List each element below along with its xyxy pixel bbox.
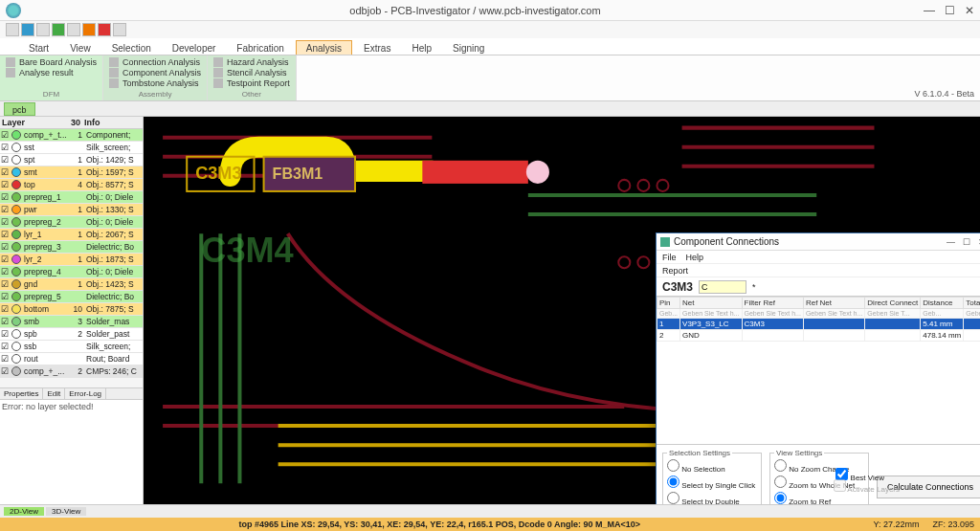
tab-help[interactable]: Help — [402, 41, 441, 55]
tab-3d-view[interactable]: 3D-View — [46, 507, 86, 516]
tab-view[interactable]: View — [60, 41, 100, 55]
layer-row[interactable]: ☑spb2Solder_past — [0, 328, 143, 341]
minimize-icon[interactable]: — — [924, 4, 935, 17]
layer-checkbox[interactable]: ☑ — [0, 180, 10, 189]
layer-checkbox[interactable]: ☑ — [0, 267, 10, 277]
col-distance[interactable]: Distance — [921, 298, 964, 309]
layer-row[interactable]: ☑prepreg_5Dielectric; Bo — [0, 291, 143, 303]
layer-row[interactable]: ☑lyr_21Obj.: 1873; S — [0, 254, 143, 266]
layer-row[interactable]: ☑routRout; Board — [0, 353, 143, 365]
maximize-icon[interactable]: ☐ — [945, 4, 955, 17]
grid-filter-row[interactable]: Geb... Geben Sie Text h... Geben Sie Tex… — [657, 309, 981, 319]
component-analysis-button[interactable]: Component Analysis — [109, 68, 201, 77]
tab-analysis[interactable]: Analysis — [296, 40, 352, 55]
testpoint-report-button[interactable]: Testpoint Report — [213, 78, 290, 88]
opt-double-click[interactable]: Select by Double Click — [667, 492, 757, 504]
col-direct-connect[interactable]: Direct Connect — [865, 298, 921, 309]
col-net[interactable]: Net — [680, 298, 742, 309]
layer-checkbox[interactable]: ☑ — [0, 143, 10, 152]
opt-no-selection[interactable]: No Selection — [667, 459, 757, 476]
layer-checkbox[interactable]: ☑ — [0, 230, 10, 239]
stencil-analysis-button[interactable]: Stencil Analysis — [213, 68, 290, 77]
close-icon[interactable]: ✕ — [965, 4, 974, 17]
layer-color-swatch[interactable] — [11, 217, 21, 227]
layer-color-swatch[interactable] — [11, 317, 21, 326]
tab-error-log[interactable]: Error-Log — [65, 388, 106, 399]
layer-checkbox[interactable]: ☑ — [0, 242, 10, 252]
layer-row[interactable]: ☑spt1Obj.: 1429; S — [0, 154, 143, 166]
layer-row[interactable]: ☑prepreg_1Obj.: 0; Diele — [0, 191, 143, 204]
tab-extras[interactable]: Extras — [354, 41, 400, 55]
tool-icon[interactable] — [82, 23, 96, 36]
layer-checkbox[interactable]: ☑ — [0, 304, 10, 314]
grid-row[interactable]: 1 V3P3_S3_LC C3M3 5.41 mm — [657, 319, 981, 330]
layer-checkbox[interactable]: ☑ — [0, 192, 10, 202]
dialog-maximize-icon[interactable]: ☐ — [963, 237, 970, 247]
layer-row[interactable]: ☑lyr_11Obj.: 2067; S — [0, 229, 143, 241]
component-filter-input[interactable] — [699, 280, 746, 294]
layer-color-swatch[interactable] — [11, 267, 21, 277]
layer-checkbox[interactable]: ☑ — [0, 254, 10, 264]
layer-color-swatch[interactable] — [11, 180, 21, 189]
pcb-canvas[interactable]: C3M3 FB3M1 C3M4 Draw only selected objec… — [144, 117, 980, 504]
tool-icon[interactable] — [52, 23, 65, 36]
hazard-analysis-button[interactable]: Hazard Analysis — [213, 57, 290, 67]
layer-checkbox[interactable]: ☑ — [0, 205, 10, 214]
layer-color-swatch[interactable] — [11, 130, 21, 140]
layer-color-swatch[interactable] — [11, 192, 21, 202]
tool-icon[interactable] — [113, 23, 126, 36]
layer-checkbox[interactable]: ☑ — [0, 354, 10, 364]
tool-icon[interactable] — [67, 23, 80, 36]
layer-row[interactable]: ☑comp_+_...2CMPs: 246; C — [0, 365, 143, 378]
dialog-titlebar[interactable]: Component Connections — ☐ ✕ — [657, 233, 980, 251]
col-total-net-length[interactable]: Total Net Length — [964, 298, 980, 309]
opt-single-click[interactable]: Select by Single Click — [667, 476, 757, 492]
layer-row[interactable]: ☑prepreg_4Obj.: 0; Diele — [0, 266, 143, 278]
layer-row[interactable]: ☑prepreg_3Dielectric; Bo — [0, 241, 143, 254]
layer-color-swatch[interactable] — [11, 242, 21, 252]
layer-color-swatch[interactable] — [11, 292, 21, 301]
dialog-menu-file[interactable]: File — [662, 253, 677, 262]
layer-color-swatch[interactable] — [11, 254, 21, 264]
layer-color-swatch[interactable] — [11, 342, 21, 351]
analyse-result-button[interactable]: Analyse result — [6, 68, 97, 77]
layer-row[interactable]: ☑pwr1Obj.: 1330; S — [0, 204, 143, 216]
layer-checkbox[interactable]: ☑ — [0, 217, 10, 227]
layer-row[interactable]: ☑bottom10Obj.: 7875; S — [0, 303, 143, 316]
chk-activate-layers[interactable]: Activate Layers — [834, 479, 900, 496]
layer-checkbox[interactable]: ☑ — [0, 167, 10, 177]
tab-start[interactable]: Start — [19, 41, 58, 55]
bare-board-analysis-button[interactable]: Bare Board Analysis — [6, 57, 97, 67]
layer-checkbox[interactable]: ☑ — [0, 155, 10, 165]
layer-color-swatch[interactable] — [11, 366, 21, 376]
tab-signing[interactable]: Signing — [443, 41, 494, 55]
layer-row[interactable]: ☑comp_+_t...1Component; — [0, 129, 143, 142]
col-filter-ref[interactable]: Filter Ref — [742, 298, 803, 309]
layer-row[interactable]: ☑smt1Obj.: 1597; S — [0, 166, 143, 179]
layer-checkbox[interactable]: ☑ — [0, 366, 10, 376]
layer-color-swatch[interactable] — [11, 354, 21, 364]
layer-row[interactable]: ☑top4Obj.: 8577; S — [0, 179, 143, 191]
layer-checkbox[interactable]: ☑ — [0, 130, 10, 140]
tab-developer[interactable]: Developer — [163, 41, 226, 55]
dialog-minimize-icon[interactable]: — — [947, 237, 955, 247]
layer-checkbox[interactable]: ☑ — [0, 342, 10, 351]
layer-color-swatch[interactable] — [11, 279, 21, 289]
layer-color-swatch[interactable] — [11, 155, 21, 165]
layer-row[interactable]: ☑sstSilk_screen; — [0, 142, 143, 154]
tab-selection[interactable]: Selection — [102, 41, 161, 55]
layer-row[interactable]: ☑smb3Solder_mas — [0, 316, 143, 328]
tab-properties[interactable]: Properties — [0, 388, 43, 399]
tab-edit[interactable]: Edit — [43, 388, 65, 399]
layer-color-swatch[interactable] — [11, 167, 21, 177]
layer-checkbox[interactable]: ☑ — [0, 317, 10, 326]
connections-grid[interactable]: Pin Net Filter Ref Ref Net Direct Connec… — [657, 297, 980, 444]
layer-checkbox[interactable]: ☑ — [0, 279, 10, 289]
tab-2d-view[interactable]: 2D-View — [4, 507, 44, 516]
layer-checkbox[interactable]: ☑ — [0, 292, 10, 301]
tool-icon[interactable] — [36, 23, 50, 36]
tab-fabrication[interactable]: Fabrication — [227, 41, 293, 55]
layer-row[interactable]: ☑prepreg_2Obj.: 0; Diele — [0, 216, 143, 229]
document-tab-pcb[interactable]: pcb — [4, 102, 35, 116]
tool-icon[interactable] — [21, 23, 34, 36]
